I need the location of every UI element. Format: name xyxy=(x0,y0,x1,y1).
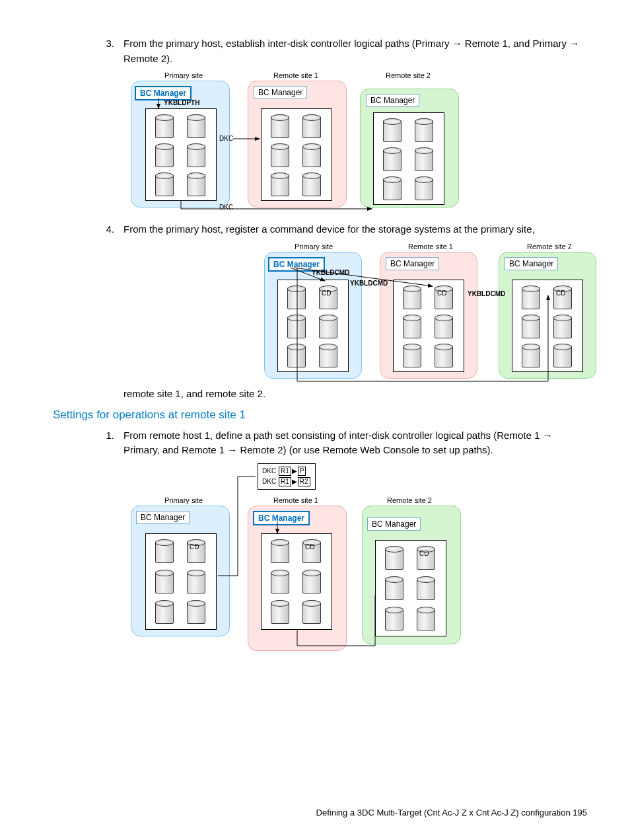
dkc-1: DKC xyxy=(219,135,233,142)
step-4-number: 4. xyxy=(100,222,123,237)
d3-label-remote2: Remote site 2 xyxy=(383,496,436,504)
route-legend: DKC R1▶P DKC R1▶R2 xyxy=(258,463,316,490)
d2-cd-p: CD xyxy=(322,289,331,297)
array-remote1 xyxy=(261,108,332,201)
array-remote2 xyxy=(373,112,444,205)
bcm-remote2: BC Manager xyxy=(366,94,419,107)
step-b1: 1. From remote host 1, define a path set… xyxy=(100,428,587,458)
d3-cd-r1: CD xyxy=(305,543,314,551)
d2-bcm-remote2: BC Manager xyxy=(505,257,558,270)
step-b1-number: 1. xyxy=(100,428,123,458)
bcm-primary: BC Manager xyxy=(135,86,192,100)
d3-bcm-remote1: BC Manager xyxy=(253,511,310,525)
d2-bcm-remote1: BC Manager xyxy=(386,257,439,270)
d3-label-remote1: Remote site 1 xyxy=(269,496,322,504)
label-remote1: Remote site 1 xyxy=(269,71,322,79)
diagram-2: Primary site Remote site 1 Remote site 2… xyxy=(264,243,587,385)
label-primary: Primary site xyxy=(157,71,210,79)
section-heading: Settings for operations at remote site 1 xyxy=(53,408,587,422)
d2-cd-r2: CD xyxy=(556,289,565,297)
step-4-text: From the primary host, register a comman… xyxy=(123,222,587,237)
step-3-number: 3. xyxy=(100,36,123,66)
d2-array-r1: CD xyxy=(393,280,464,372)
d3-label-primary: Primary site xyxy=(157,496,210,504)
d2-label-primary: Primary site xyxy=(291,243,337,250)
d3-array-r2: CD xyxy=(375,540,446,636)
diagram-1: Primary site Remote site 1 Remote site 2… xyxy=(119,71,587,217)
bcm-remote1: BC Manager xyxy=(254,86,307,99)
d2-cd-r1: CD xyxy=(437,289,446,297)
d3-cd-r2: CD xyxy=(419,550,429,557)
d2-array-p: CD xyxy=(277,280,349,372)
page-footer: Defining a 3DC Multi-Target (Cnt Ac-J Z … xyxy=(316,808,587,818)
d3-bcm-primary: BC Manager xyxy=(136,511,190,524)
step-4-continued: remote site 1, and remote site 2. xyxy=(123,388,587,399)
d2-label-remote2: Remote site 2 xyxy=(523,243,576,250)
array-primary xyxy=(145,108,217,201)
d2-yk3: YKBLDCMD xyxy=(468,290,505,297)
step-3-text: From the primary host, establish inter-d… xyxy=(123,36,587,66)
diagram-3: DKC R1▶P DKC R1▶R2 Primary site Remote s… xyxy=(119,463,587,655)
d2-label-remote1: Remote site 1 xyxy=(404,243,457,250)
step-3: 3. From the primary host, establish inte… xyxy=(100,36,587,66)
d3-cd-p: CD xyxy=(190,543,199,551)
label-ykbldpth: YKBLDPTH xyxy=(164,99,199,106)
d2-yk1: YKBLDCMD xyxy=(312,269,349,276)
dkc-2: DKC xyxy=(219,204,233,211)
d3-array-p: CD xyxy=(145,533,217,630)
step-4: 4. From the primary host, register a com… xyxy=(100,222,587,237)
d2-array-r2: CD xyxy=(512,280,583,372)
d3-array-r1: CD xyxy=(261,533,332,630)
step-b1-text: From remote host 1, define a path set co… xyxy=(123,428,587,458)
d2-yk2: YKBLDCMD xyxy=(350,280,388,287)
d3-bcm-remote2: BC Manager xyxy=(367,517,421,531)
label-remote2: Remote site 2 xyxy=(382,71,435,79)
